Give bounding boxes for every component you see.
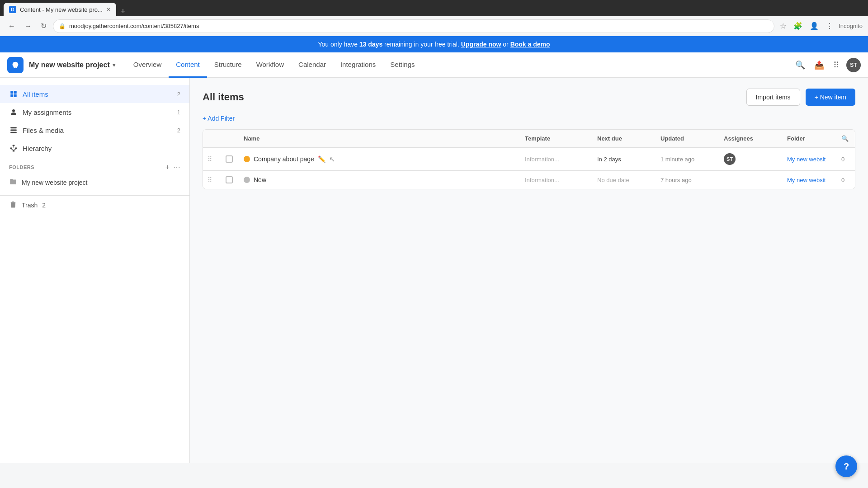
- row-comments: 0: [837, 171, 855, 189]
- my-assignments-label: My assignments: [23, 108, 173, 116]
- sidebar-item-all-items[interactable]: All items 2: [0, 85, 189, 103]
- menu-icon[interactable]: ⋮: [824, 20, 835, 32]
- import-items-button[interactable]: Import items: [746, 89, 800, 106]
- project-dropdown-icon: ▾: [113, 62, 115, 68]
- edit-icon[interactable]: ✏️: [318, 155, 326, 163]
- table-header: Name Template Next due Updated Assignees…: [203, 130, 855, 148]
- bookmark-icon[interactable]: ☆: [778, 20, 788, 32]
- item-name-label[interactable]: Company about page ✏️ ↖: [254, 155, 335, 164]
- row-drag-handle[interactable]: ⠿: [203, 171, 221, 189]
- svg-rect-6: [10, 130, 17, 131]
- header-search[interactable]: 🔍: [837, 130, 855, 147]
- row-name-cell: Company about page ✏️ ↖: [239, 150, 520, 169]
- header-folder: Folder: [783, 130, 837, 147]
- header-assignees: Assignees: [719, 130, 783, 147]
- back-button[interactable]: ←: [5, 20, 18, 32]
- page-title: All items: [203, 91, 244, 103]
- trial-banner: You only have 13 days remaining in your …: [0, 36, 868, 52]
- add-folder-button[interactable]: +: [165, 163, 170, 171]
- folder-menu-button[interactable]: ⋯: [173, 163, 180, 171]
- row-assignees: [719, 174, 783, 185]
- hierarchy-label: Hierarchy: [23, 145, 180, 152]
- browser-toolbar: ← → ↻ 🔒 moodjoy.gathercontent.com/conten…: [0, 16, 868, 36]
- tab-integrations[interactable]: Integrations: [333, 52, 383, 78]
- user-avatar[interactable]: ST: [846, 58, 861, 72]
- row-folder: My new websit: [783, 171, 837, 189]
- folder-link[interactable]: My new websit: [787, 177, 826, 183]
- all-items-count: 2: [177, 91, 180, 98]
- svg-rect-2: [10, 94, 13, 97]
- svg-rect-7: [10, 132, 17, 133]
- tab-close-button[interactable]: ✕: [106, 6, 111, 13]
- checkbox-input[interactable]: [226, 155, 233, 163]
- upgrade-link[interactable]: Upgrade now: [461, 41, 501, 48]
- tab-favicon: G: [9, 6, 16, 13]
- extensions-icon[interactable]: 🧩: [792, 20, 804, 32]
- header-template: Template: [520, 130, 593, 147]
- sidebar-item-my-assignments[interactable]: My assignments 1: [0, 103, 189, 121]
- folder-item-my-new-website[interactable]: My new website project: [0, 173, 189, 192]
- folders-section-label: FOLDERS + ⋯: [0, 157, 189, 173]
- drag-icon: ⠿: [208, 155, 212, 163]
- logo-icon: [10, 60, 20, 70]
- forward-button[interactable]: →: [22, 20, 34, 32]
- svg-rect-3: [14, 94, 17, 97]
- row-updated: 1 minute ago: [656, 150, 719, 168]
- trash-count: 2: [42, 202, 46, 209]
- export-icon-button[interactable]: 📤: [812, 58, 826, 72]
- folder-name: My new website project: [22, 179, 88, 186]
- trial-days: 13 days: [359, 41, 382, 48]
- project-name-text: My new website project: [29, 61, 110, 69]
- main-layout: All items 2 My assignments 1 Files & med…: [0, 78, 868, 463]
- svg-point-4: [12, 109, 15, 112]
- tab-settings[interactable]: Settings: [383, 52, 422, 78]
- content-actions: Import items + New item: [746, 89, 855, 106]
- address-bar[interactable]: 🔒 moodjoy.gathercontent.com/content/3858…: [53, 19, 774, 33]
- files-media-count: 2: [177, 127, 180, 134]
- folders-label: FOLDERS: [9, 164, 34, 170]
- add-filter-link[interactable]: + Add Filter: [203, 115, 235, 122]
- toolbar-icons: ☆ 🧩 👤 ⋮ Incognito: [778, 20, 863, 32]
- new-item-button[interactable]: + New item: [806, 89, 855, 106]
- new-tab-button[interactable]: +: [118, 7, 128, 16]
- project-name[interactable]: My new website project ▾: [29, 61, 115, 69]
- tab-workflow[interactable]: Workflow: [249, 52, 291, 78]
- items-table: Name Template Next due Updated Assignees…: [203, 129, 855, 189]
- profile-icon[interactable]: 👤: [808, 20, 821, 32]
- browser-tab[interactable]: G Content - My new website pro... ✕: [4, 3, 116, 16]
- app-logo[interactable]: [7, 57, 24, 73]
- sidebar-item-files-media[interactable]: Files & media 2: [0, 121, 189, 139]
- svg-rect-0: [10, 91, 13, 94]
- header-updated: Updated: [656, 130, 719, 147]
- item-name-label[interactable]: New: [254, 176, 266, 183]
- sidebar-item-trash[interactable]: Trash 2: [0, 195, 189, 214]
- help-icon: ?: [844, 461, 849, 463]
- hierarchy-icon: [9, 144, 18, 153]
- trial-or: or: [503, 41, 510, 48]
- row-next-due: No due date: [593, 171, 656, 189]
- header-actions: 🔍 📤 ⠿ ST: [793, 58, 861, 72]
- row-checkbox[interactable]: [221, 171, 239, 189]
- sidebar-item-hierarchy[interactable]: Hierarchy: [0, 139, 189, 157]
- search-icon-button[interactable]: 🔍: [793, 58, 807, 72]
- tab-title: Content - My new website pro...: [20, 6, 103, 13]
- all-items-icon: [9, 89, 18, 99]
- row-folder: My new websit: [783, 150, 837, 168]
- header-next-due: Next due: [593, 130, 656, 147]
- reload-button[interactable]: ↻: [38, 20, 49, 32]
- svg-rect-5: [10, 127, 17, 128]
- book-demo-link[interactable]: Book a demo: [510, 41, 550, 48]
- svg-rect-9: [10, 148, 13, 149]
- tab-structure[interactable]: Structure: [207, 52, 249, 78]
- row-drag-handle[interactable]: ⠿: [203, 150, 221, 168]
- folder-link[interactable]: My new websit: [787, 156, 826, 163]
- row-checkbox[interactable]: [221, 150, 239, 168]
- tab-overview[interactable]: Overview: [126, 52, 169, 78]
- row-comments: 0: [837, 150, 855, 168]
- tab-content[interactable]: Content: [169, 52, 207, 78]
- status-indicator: [244, 177, 250, 183]
- apps-icon-button[interactable]: ⠿: [831, 58, 841, 72]
- svg-rect-11: [13, 150, 15, 152]
- tab-calendar[interactable]: Calendar: [291, 52, 333, 78]
- checkbox-input[interactable]: [226, 176, 233, 183]
